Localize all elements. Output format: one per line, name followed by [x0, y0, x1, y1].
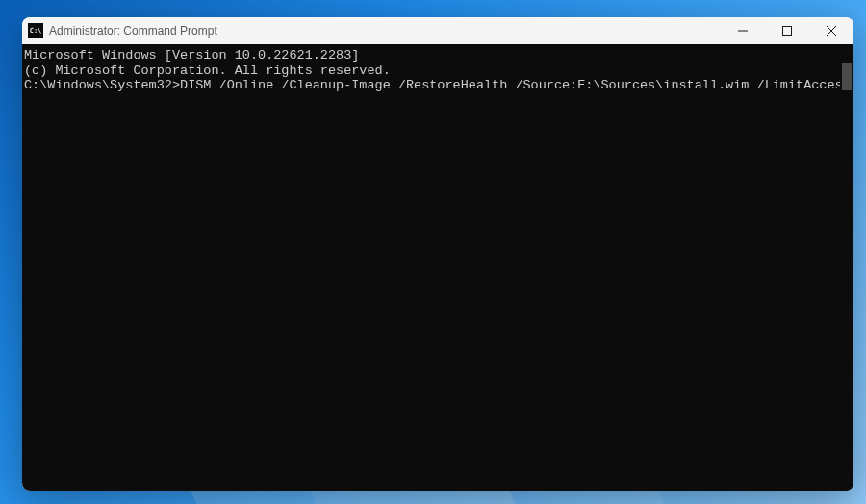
typed-command: DISM /Online /Cleanup-Image /RestoreHeal… — [180, 78, 840, 92]
terminal-area: Microsoft Windows [Version 10.0.22621.22… — [22, 44, 853, 491]
title-bar[interactable]: C:\ Administrator: Command Prompt — [22, 17, 853, 44]
close-icon — [827, 26, 836, 36]
command-prompt-window: C:\ Administrator: Command Prompt Micros… — [22, 17, 853, 491]
minimize-icon — [738, 26, 748, 36]
maximize-button[interactable] — [765, 17, 809, 44]
close-button[interactable] — [809, 17, 853, 44]
window-title: Administrator: Command Prompt — [49, 24, 721, 38]
window-controls — [721, 17, 853, 44]
terminal-output[interactable]: Microsoft Windows [Version 10.0.22621.22… — [22, 44, 840, 491]
prompt-path: C:\Windows\System32> — [24, 78, 180, 92]
version-line: Microsoft Windows [Version 10.0.22621.22… — [24, 48, 838, 63]
svg-rect-1 — [783, 27, 792, 36]
minimize-button[interactable] — [721, 17, 765, 44]
vertical-scrollbar[interactable] — [840, 44, 853, 491]
maximize-icon — [782, 26, 792, 36]
copyright-line: (c) Microsoft Corporation. All rights re… — [24, 63, 838, 79]
command-line: C:\Windows\System32>DISM /Online /Cleanu… — [24, 78, 838, 93]
scrollbar-thumb[interactable] — [842, 63, 852, 90]
cmd-icon: C:\ — [28, 23, 43, 38]
cmd-icon-glyph: C:\ — [30, 28, 42, 35]
